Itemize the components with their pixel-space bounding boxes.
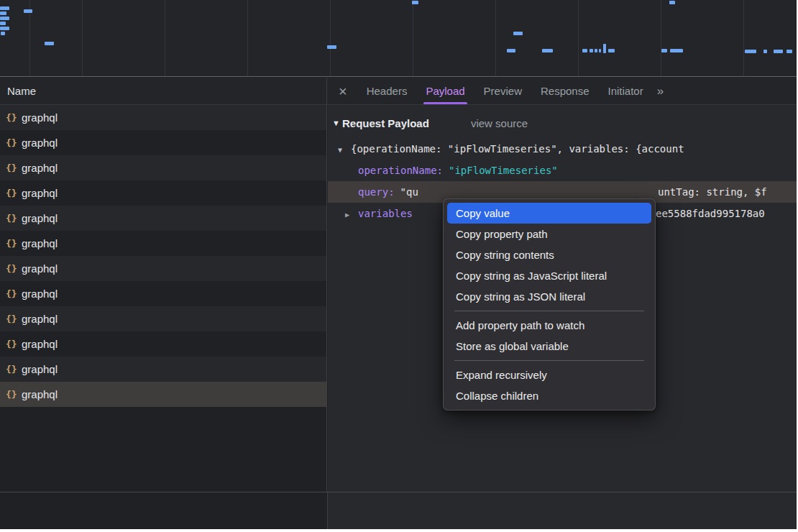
request-name: graphql — [22, 313, 58, 325]
summary-bar-right — [328, 492, 797, 529]
property-value: "ipFlowTimeseries" — [449, 165, 558, 176]
timeline-bar — [0, 17, 9, 20]
timeline-bar — [595, 49, 597, 52]
json-icon: {} — [6, 213, 22, 224]
tab-preview[interactable]: Preview — [474, 78, 531, 104]
request-name: graphql — [22, 212, 58, 224]
summary-bar — [0, 492, 797, 529]
request-list: {}graphql {}graphql {}graphql {}graphql … — [0, 105, 327, 492]
menu-item-copy-value[interactable]: Copy value — [447, 203, 651, 224]
request-name: graphql — [22, 262, 58, 275]
request-name: graphql — [22, 187, 58, 199]
property-value-clipped-left: "qu — [400, 186, 418, 198]
menu-item-copy-string-contents[interactable]: Copy string contents — [447, 244, 651, 265]
tab-headers[interactable]: Headers — [357, 78, 417, 104]
menu-item-copy-property-path[interactable]: Copy property path — [447, 224, 651, 244]
timeline-bar — [608, 49, 615, 52]
menu-item-store-as-global-variable[interactable]: Store as global variable — [447, 336, 651, 357]
timeline-bar — [582, 49, 587, 52]
detail-tabs-bar: × Headers Payload Preview Response Initi… — [327, 78, 797, 104]
request-row[interactable]: {}graphql — [0, 231, 326, 256]
request-row[interactable]: {}graphql — [0, 180, 326, 206]
request-name: graphql — [22, 162, 58, 174]
section-title: Request Payload — [342, 117, 429, 129]
request-name: graphql — [22, 137, 58, 149]
timeline-bar — [670, 49, 683, 52]
context-menu: Copy value Copy property path Copy strin… — [443, 198, 656, 411]
menu-separator — [454, 311, 644, 311]
tab-payload[interactable]: Payload — [416, 78, 474, 104]
json-icon: {} — [6, 288, 22, 299]
request-row[interactable]: {}graphql — [0, 281, 326, 306]
timeline-bar — [0, 6, 9, 10]
section-disclosure-icon[interactable]: ▼ — [332, 119, 342, 127]
timeline-bar — [327, 45, 336, 49]
json-icon: {} — [6, 339, 22, 349]
menu-item-copy-string-js-literal[interactable]: Copy string as JavaScript literal — [447, 265, 651, 286]
timeline-bar — [590, 49, 593, 52]
property-value-clipped-right: ee5588fdad995178a0 — [656, 203, 765, 224]
request-name: graphql — [22, 237, 58, 249]
request-payload-section[interactable]: ▼ Request Payload view source — [328, 112, 797, 134]
menu-item-collapse-children[interactable]: Collapse children — [447, 385, 651, 406]
timeline-bar — [661, 49, 667, 52]
request-name: graphql — [22, 111, 58, 124]
expand-open-icon[interactable]: ▼ — [338, 139, 351, 160]
panel-header-row: Name × Headers Payload Preview Response … — [0, 78, 797, 105]
request-row[interactable]: {}graphql — [0, 206, 326, 231]
timeline-bar — [0, 27, 9, 30]
json-icon: {} — [6, 137, 22, 148]
payload-root-row[interactable]: ▼{operationName: "ipFlowTimeseries", var… — [328, 138, 797, 160]
payload-preview-text: {operationName: "ipFlowTimeseries", vari… — [351, 143, 684, 155]
name-column-header[interactable]: Name — [0, 78, 327, 104]
menu-separator — [454, 360, 644, 361]
request-row[interactable]: {}graphql — [0, 331, 326, 357]
request-name: graphql — [22, 288, 58, 300]
property-key: variables — [358, 208, 413, 219]
timeline-bar — [542, 49, 553, 52]
json-icon: {} — [6, 162, 22, 173]
json-icon: {} — [6, 238, 22, 249]
property-key: operationName: — [358, 165, 443, 176]
json-icon: {} — [6, 263, 22, 274]
json-icon: {} — [6, 112, 22, 123]
request-row[interactable]: {}graphql — [0, 256, 326, 281]
menu-item-expand-recursively[interactable]: Expand recursively — [447, 364, 651, 385]
name-column-label: Name — [7, 85, 36, 97]
property-key: query: — [358, 186, 395, 198]
request-row[interactable]: {}graphql — [0, 105, 326, 130]
timeline-bar — [774, 50, 783, 53]
json-icon: {} — [6, 188, 22, 198]
close-icon[interactable]: × — [339, 84, 347, 98]
operation-name-row[interactable]: operationName:"ipFlowTimeseries" — [328, 160, 797, 181]
property-value-clipped-right: untTag: string, $f — [658, 181, 767, 203]
request-row[interactable]: {}graphql — [0, 357, 326, 382]
timeline-bar — [45, 42, 54, 45]
request-name: graphql — [22, 363, 58, 375]
timeline-bar — [669, 1, 675, 4]
timeline-bar — [763, 50, 767, 53]
timeline-bar — [745, 50, 756, 53]
tab-initiator[interactable]: Initiator — [599, 78, 653, 104]
devtools-network-panel: Name × Headers Payload Preview Response … — [0, 0, 797, 529]
timeline-bar — [0, 12, 6, 15]
menu-item-copy-string-json-literal[interactable]: Copy string as JSON literal — [447, 286, 651, 307]
request-name: graphql — [22, 388, 58, 400]
request-row[interactable]: {}graphql — [0, 155, 326, 180]
expand-closed-icon[interactable]: ▶ — [345, 204, 358, 224]
request-row-selected[interactable]: {}graphql — [0, 382, 326, 407]
timeline-bar — [507, 49, 515, 52]
timeline-bar — [1, 32, 5, 35]
request-row[interactable]: {}graphql — [0, 306, 326, 331]
json-icon: {} — [6, 389, 22, 400]
menu-item-add-property-path-to-watch[interactable]: Add property path to watch — [447, 315, 651, 336]
timeline-bar — [599, 49, 601, 52]
tab-overflow-icon[interactable]: » — [657, 84, 664, 98]
overview-strip[interactable] — [0, 0, 797, 77]
tab-response[interactable]: Response — [531, 78, 599, 104]
timeline-bar — [0, 22, 6, 25]
timeline-bar — [786, 50, 792, 53]
request-name: graphql — [22, 338, 58, 350]
view-source-link[interactable]: view source — [471, 117, 528, 129]
request-row[interactable]: {}graphql — [0, 130, 326, 155]
